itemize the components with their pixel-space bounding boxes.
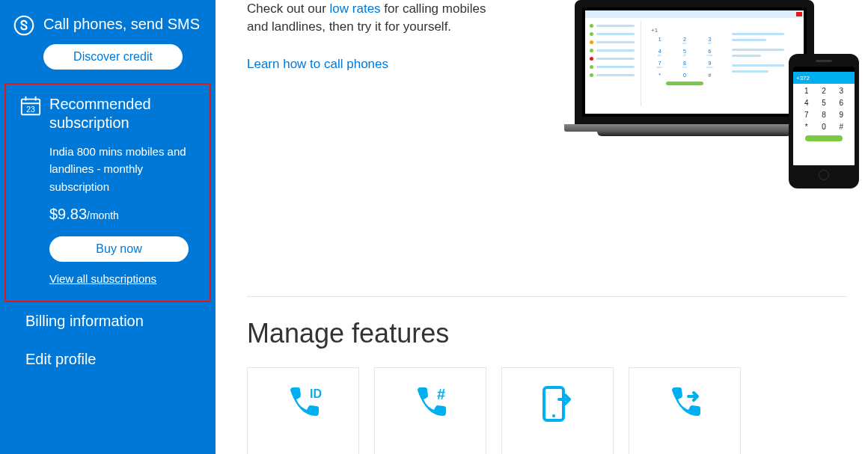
svg-text:ID: ID bbox=[310, 387, 322, 400]
feature-caller-id[interactable]: ID Caller ID bbox=[247, 367, 359, 454]
recommended-title: Recommended subscription bbox=[49, 95, 196, 132]
sidebar-credit-block: Call phones, send SMS Discover credit bbox=[0, 10, 216, 83]
skype-to-go-icon bbox=[513, 381, 602, 426]
edit-profile-link[interactable]: Edit profile bbox=[0, 340, 216, 378]
phone-mock: +372 123 456 789 *0# bbox=[789, 54, 859, 188]
price-per: /month bbox=[87, 209, 119, 221]
laptop-mock: +1 1 2abc3def 4ghi5jkl6mno 7pqrs8tuv9wxy… bbox=[575, 0, 814, 136]
billing-information-link[interactable]: Billing information bbox=[0, 302, 216, 340]
manage-features-title: Manage features bbox=[247, 318, 847, 349]
credit-title: Call phones, send SMS bbox=[43, 15, 202, 34]
sidebar: Call phones, send SMS Discover credit 23… bbox=[0, 0, 216, 454]
recommended-price: $9.83/month bbox=[49, 206, 196, 223]
buy-now-button[interactable]: Buy now bbox=[49, 236, 189, 262]
learn-call-phones-link[interactable]: Learn how to call phones bbox=[247, 57, 388, 72]
skype-number-icon: # bbox=[385, 381, 475, 426]
feature-skype-number[interactable]: # Skype Number bbox=[374, 367, 486, 454]
recommended-desc: India 800 mins mobiles and landlines - m… bbox=[49, 143, 196, 195]
svg-point-9 bbox=[552, 414, 555, 417]
view-all-subscriptions-link[interactable]: View all subscriptions bbox=[49, 272, 156, 285]
svg-text:23: 23 bbox=[26, 105, 35, 114]
discover-credit-button[interactable]: Discover credit bbox=[43, 44, 183, 70]
svg-text:#: # bbox=[437, 386, 445, 402]
skype-credit-icon bbox=[13, 15, 43, 70]
call-forwarding-icon bbox=[640, 381, 730, 426]
phone-dial-header: +372 bbox=[793, 72, 855, 84]
main-content: Check out our low rates for calling mobi… bbox=[216, 0, 868, 454]
recommended-subscription-highlight: 23 Recommended subscription India 800 mi… bbox=[4, 83, 211, 302]
calendar-icon: 23 bbox=[19, 95, 49, 286]
feature-skype-to-go[interactable]: Skype To Go bbox=[501, 367, 614, 454]
price-amount: $9.83 bbox=[49, 206, 87, 222]
intro-pre: Check out our bbox=[247, 1, 330, 16]
caller-id-icon: ID bbox=[258, 381, 348, 426]
devices-illustration: +1 1 2abc3def 4ghi5jkl6mno 7pqrs8tuv9wxy… bbox=[575, 0, 859, 187]
divider bbox=[247, 296, 847, 297]
feature-cards: ID Caller ID # Skype Number Skype To Go … bbox=[247, 367, 847, 454]
feature-call-forwarding[interactable]: Call forwarding and voicemail bbox=[629, 367, 741, 454]
low-rates-link[interactable]: low rates bbox=[330, 1, 381, 16]
intro-text: Check out our low rates for calling mobi… bbox=[247, 0, 494, 36]
